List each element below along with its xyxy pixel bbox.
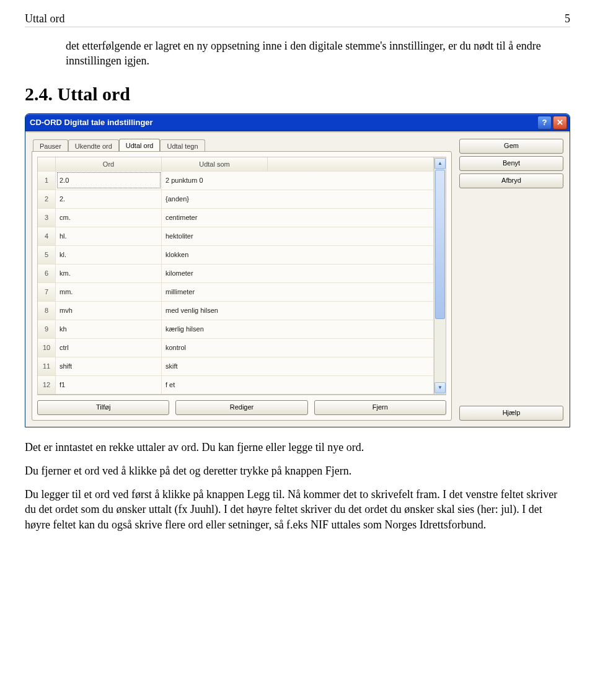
cell-udtal[interactable]: skift: [162, 357, 434, 375]
row-number: 4: [38, 227, 56, 245]
col-header-empty[interactable]: [268, 157, 434, 171]
cell-ord[interactable]: 2.0: [56, 171, 162, 190]
cell-udtal[interactable]: kærlig hilsen: [162, 320, 434, 338]
col-header-rownum[interactable]: [38, 157, 56, 171]
row-number: 2: [38, 190, 56, 208]
page-number: 5: [565, 12, 570, 25]
cell-ord[interactable]: shift: [56, 357, 162, 375]
tab-strip: Pauser Ukendte ord Udtal ord Udtal tegn: [32, 139, 452, 151]
row-number: 6: [38, 264, 56, 282]
cell-ord[interactable]: ctrl: [56, 338, 162, 357]
col-header-ord[interactable]: Ord: [56, 157, 162, 171]
tab-udtal-ord[interactable]: Udtal ord: [119, 139, 161, 151]
tab-pauser[interactable]: Pauser: [33, 139, 68, 152]
tab-udtal-tegn[interactable]: Udtal tegn: [160, 139, 205, 152]
cell-ord[interactable]: f1: [56, 375, 162, 394]
row-number: 5: [38, 245, 56, 264]
cell-ord[interactable]: mm.: [56, 282, 162, 301]
rediger-button[interactable]: Rediger: [175, 400, 307, 415]
after-p1: Det er inntastet en rekke uttaler av ord…: [25, 440, 570, 455]
table-row[interactable]: 3cm.centimeter: [38, 208, 434, 227]
cell-udtal[interactable]: {anden}: [162, 190, 434, 208]
table-row[interactable]: 4hl.hektoliter: [38, 227, 434, 245]
cell-ord[interactable]: cm.: [56, 208, 162, 227]
hjaelp-button[interactable]: Hjælp: [459, 406, 563, 421]
cell-udtal[interactable]: hektoliter: [162, 227, 434, 245]
cell-udtal[interactable]: millimeter: [162, 282, 434, 301]
cell-ord[interactable]: kl.: [56, 245, 162, 264]
close-icon[interactable]: ✕: [553, 116, 567, 129]
scroll-thumb[interactable]: [435, 170, 445, 319]
cell-ord[interactable]: km.: [56, 264, 162, 282]
intro-paragraph: det etterfølgende er lagret en ny oppset…: [66, 38, 570, 69]
row-number: 9: [38, 320, 56, 338]
word-grid: Ord Udtal som 12.02 punktum 022.{anden}3…: [37, 157, 446, 395]
row-number: 3: [38, 208, 56, 227]
window-title: CD-ORD Digital tale indstillinger: [30, 118, 537, 127]
afbryd-button[interactable]: Afbryd: [459, 173, 563, 188]
fjern-button[interactable]: Fjern: [314, 400, 446, 415]
cell-udtal[interactable]: f et: [162, 375, 434, 394]
help-icon[interactable]: ?: [537, 116, 552, 129]
cell-ord[interactable]: mvh: [56, 301, 162, 320]
table-row[interactable]: 12.02 punktum 0: [38, 171, 434, 190]
cell-udtal[interactable]: kontrol: [162, 338, 434, 357]
section-heading: 2.4. Uttal ord: [25, 84, 570, 105]
row-number: 7: [38, 282, 56, 301]
row-number: 11: [38, 357, 56, 375]
table-row[interactable]: 12f1f et: [38, 375, 434, 394]
cell-udtal[interactable]: klokken: [162, 245, 434, 264]
table-row[interactable]: 8mvhmed venlig hilsen: [38, 301, 434, 320]
row-number: 1: [38, 171, 56, 190]
row-number: 12: [38, 375, 56, 394]
table-row[interactable]: 9khkærlig hilsen: [38, 320, 434, 338]
scroll-down-icon[interactable]: ▼: [434, 382, 446, 393]
page-header-title: Uttal ord: [25, 12, 65, 25]
page-header: Uttal ord 5: [25, 12, 570, 27]
cell-udtal[interactable]: med venlig hilsen: [162, 301, 434, 320]
tab-ukendte-ord[interactable]: Ukendte ord: [68, 139, 119, 152]
dialog-window: CD-ORD Digital tale indstillinger ? ✕ Pa…: [25, 113, 570, 427]
tilfoj-button[interactable]: Tilføj: [37, 400, 169, 415]
table-row[interactable]: 6km.kilometer: [38, 264, 434, 282]
cell-udtal[interactable]: centimeter: [162, 208, 434, 227]
table-row[interactable]: 22.{anden}: [38, 190, 434, 208]
col-header-udtal[interactable]: Udtal som: [162, 157, 268, 171]
scroll-up-icon[interactable]: ▲: [434, 158, 446, 169]
tab-panel: Ord Udtal som 12.02 punktum 022.{anden}3…: [32, 151, 452, 421]
cell-ord[interactable]: hl.: [56, 227, 162, 245]
titlebar: CD-ORD Digital tale indstillinger ? ✕: [25, 114, 570, 131]
cell-ord[interactable]: kh: [56, 320, 162, 338]
table-row[interactable]: 10ctrlkontrol: [38, 338, 434, 357]
table-row[interactable]: 11shiftskift: [38, 357, 434, 375]
row-number: 10: [38, 338, 56, 357]
vertical-scrollbar[interactable]: ▲ ▼: [434, 157, 446, 395]
after-p2: Du fjerner et ord ved å klikke på det og…: [25, 463, 570, 478]
row-number: 8: [38, 301, 56, 320]
benyt-button[interactable]: Benyt: [459, 156, 563, 171]
table-row[interactable]: 5kl.klokken: [38, 245, 434, 264]
cell-udtal[interactable]: kilometer: [162, 264, 434, 282]
table-row[interactable]: 7mm.millimeter: [38, 282, 434, 301]
after-p3: Du legger til et ord ved først å klikke …: [25, 487, 570, 532]
gem-button[interactable]: Gem: [459, 139, 563, 154]
cell-ord[interactable]: 2.: [56, 190, 162, 208]
cell-udtal[interactable]: 2 punktum 0: [162, 171, 434, 190]
